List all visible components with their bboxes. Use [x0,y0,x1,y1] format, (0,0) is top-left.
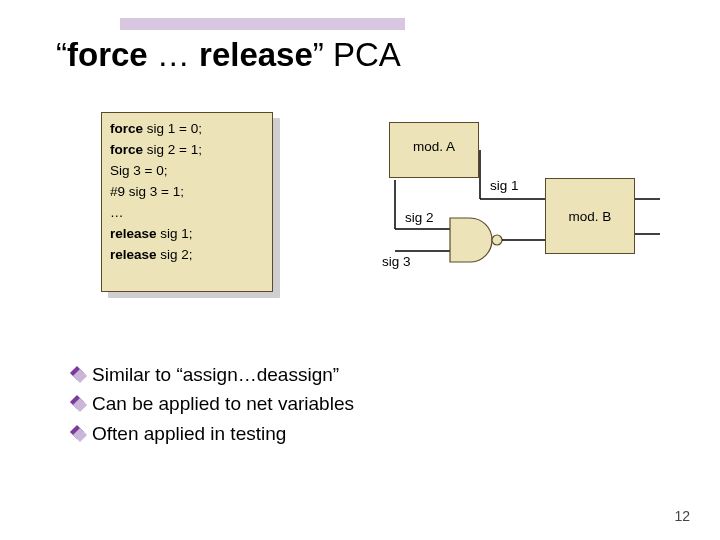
code-line-4: #9 sig 3 = 1; [110,182,264,203]
code-line-1: force sig 1 = 0; [110,119,264,140]
title-open-quote: “ [56,36,67,73]
title-close-quote: ” [313,36,324,73]
code-box: force sig 1 = 0; force sig 2 = 1; Sig 3 … [101,112,273,292]
module-a-box: mod. A [389,122,479,178]
title-ellipsis: … [148,36,199,73]
svg-point-7 [492,235,502,245]
title-word-release: release [199,36,313,73]
label-sig1: sig 1 [490,178,519,193]
code-line-2: force sig 2 = 1; [110,140,264,161]
code-line-7: release sig 2; [110,245,264,266]
code-line-6: release sig 1; [110,224,264,245]
code-line-5: … [110,203,264,224]
label-sig3: sig 3 [382,254,411,269]
bullet-item-3: Often applied in testing [70,419,354,448]
page-number: 12 [674,508,690,524]
module-b-box: mod. B [545,178,635,254]
slide-title: “force … release” PCA [56,36,401,74]
title-tail: PCA [324,36,401,73]
bullet-item-1: Similar to “assign…deassign” [70,360,354,389]
code-line-3: Sig 3 = 0; [110,161,264,182]
header-accent-bar [120,18,405,30]
title-word-force: force [67,36,148,73]
bullet-list: Similar to “assign…deassign” Can be appl… [70,360,354,448]
bullet-item-2: Can be applied to net variables [70,389,354,418]
label-sig2: sig 2 [405,210,434,225]
